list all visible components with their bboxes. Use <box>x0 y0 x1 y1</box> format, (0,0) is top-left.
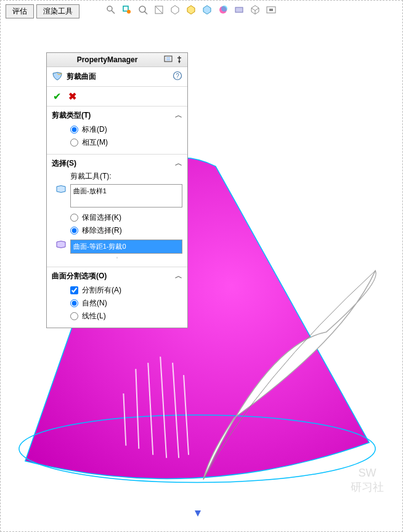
radio-remove-input[interactable] <box>70 227 78 235</box>
section-view-icon[interactable] <box>153 4 165 15</box>
trim-type-label: 剪裁类型(T) <box>52 110 91 121</box>
svg-rect-18 <box>269 9 273 11</box>
radio-linear-input[interactable] <box>70 312 78 320</box>
resize-handle-icon[interactable]: ◦ <box>52 254 182 262</box>
property-manager-panel: PropertyManager 剪裁曲面 ? ✔ ✖ 剪裁类型(T) ︿ 标准(… <box>46 52 188 328</box>
svg-point-10 <box>127 10 131 14</box>
view-settings-icon[interactable] <box>250 4 261 15</box>
pm-feature-header: 剪裁曲面 ? <box>47 67 187 87</box>
trim-surface-icon <box>52 71 63 83</box>
check-split-all-input[interactable] <box>70 286 78 294</box>
svg-line-5 <box>184 375 189 455</box>
radio-natural-input[interactable] <box>70 299 78 307</box>
radio-mutual[interactable]: 相互(M) <box>52 136 182 149</box>
svg-line-2 <box>148 363 153 455</box>
svg-line-6 <box>123 393 126 446</box>
radio-standard[interactable]: 标准(D) <box>52 123 182 136</box>
radio-standard-input[interactable] <box>70 126 78 134</box>
radio-linear[interactable]: 线性(L) <box>52 310 182 323</box>
previous-view-icon[interactable] <box>137 4 149 15</box>
pin-icon[interactable] <box>175 55 184 64</box>
svg-rect-9 <box>123 6 128 11</box>
apply-scene-icon[interactable] <box>234 4 245 15</box>
radio-keep[interactable]: 保留选择(K) <box>52 211 182 224</box>
svg-line-13 <box>155 6 163 14</box>
origin-arrow-icon <box>195 510 201 517</box>
collapse-icon[interactable]: ︿ <box>175 110 182 121</box>
cancel-icon[interactable]: ✖ <box>68 91 76 102</box>
pieces-select-icon <box>55 240 67 251</box>
radio-mutual-input[interactable] <box>70 139 78 147</box>
screen-capture-icon[interactable] <box>266 4 277 15</box>
help-icon[interactable]: ? <box>173 71 182 83</box>
zoom-area-icon[interactable] <box>121 4 132 15</box>
pm-confirm-row: ✔ ✖ <box>47 87 187 107</box>
zoom-fit-icon[interactable] <box>105 4 116 15</box>
svg-line-8 <box>112 10 115 14</box>
ok-icon[interactable]: ✔ <box>53 91 61 102</box>
svg-rect-16 <box>235 7 243 12</box>
trim-tools-label: 剪裁工具(T): <box>52 171 182 184</box>
radio-keep-input[interactable] <box>70 214 78 222</box>
svg-point-15 <box>221 6 227 12</box>
svg-text:?: ? <box>176 73 179 79</box>
menu-evaluate[interactable]: 评估 <box>6 4 34 18</box>
svg-line-1 <box>136 369 139 449</box>
feature-name: 剪裁曲面 <box>67 71 96 82</box>
view-orient-icon[interactable] <box>169 4 181 15</box>
svg-line-3 <box>160 357 166 457</box>
section-selection: 选择(S) ︿ 剪裁工具(T): 曲面-放样1 保留选择(K) 移除选择(R) … <box>47 155 187 267</box>
display-style-icon[interactable] <box>185 4 197 15</box>
hide-show-icon[interactable] <box>202 4 213 15</box>
svg-point-7 <box>107 6 112 11</box>
pm-header: PropertyManager <box>47 53 187 67</box>
top-menu: 评估 渲染工具 <box>6 4 79 18</box>
trim-tools-listbox[interactable]: 曲面-放样1 <box>70 184 182 208</box>
radio-remove[interactable]: 移除选择(R) <box>52 224 182 237</box>
split-options-label: 曲面分割选项(O) <box>52 271 107 281</box>
edit-appearance-icon[interactable] <box>218 4 229 15</box>
keep-visible-icon[interactable] <box>164 55 173 64</box>
section-split-options: 曲面分割选项(O) ︿ 分割所有(A) 自然(N) 线性(L) <box>47 267 187 328</box>
selection-label: 选择(S) <box>52 158 76 169</box>
check-split-all[interactable]: 分割所有(A) <box>52 284 182 297</box>
collapse-icon[interactable]: ︿ <box>175 158 182 169</box>
trim-tool-entry[interactable]: 曲面-放样1 <box>73 187 179 196</box>
radio-natural[interactable]: 自然(N) <box>52 297 182 310</box>
surface-select-icon <box>55 184 67 195</box>
svg-rect-19 <box>165 56 172 62</box>
svg-point-0 <box>19 415 375 483</box>
pieces-listbox[interactable]: 曲面-等距1-剪裁0 <box>70 240 182 254</box>
svg-line-4 <box>173 363 179 458</box>
view-toolbar <box>105 4 277 15</box>
menu-render-tools[interactable]: 渲染工具 <box>36 4 79 18</box>
pm-title: PropertyManager <box>51 55 164 64</box>
pieces-entry[interactable]: 曲面-等距1-剪裁0 <box>73 242 179 251</box>
watermark: SW 研习社 <box>351 467 384 494</box>
section-trim-type: 剪裁类型(T) ︿ 标准(D) 相互(M) <box>47 107 187 155</box>
collapse-icon[interactable]: ︿ <box>175 271 182 281</box>
